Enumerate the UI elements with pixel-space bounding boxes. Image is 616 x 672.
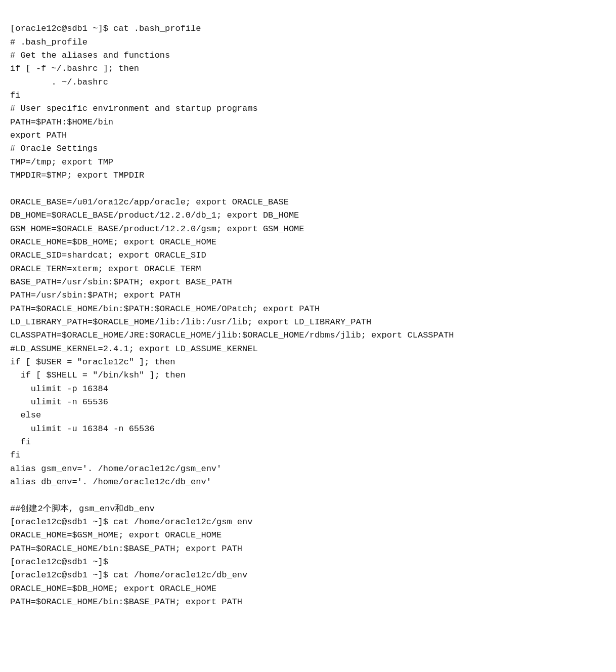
terminal-line: . ~/.bashrc — [10, 76, 606, 89]
terminal-line: PATH=$ORACLE_HOME/bin:$BASE_PATH; export… — [10, 596, 606, 609]
terminal-line: ulimit -n 65536 — [10, 396, 606, 409]
terminal-line — [10, 182, 606, 195]
terminal-line: ORACLE_TERM=xterm; export ORACLE_TERM — [10, 263, 606, 276]
terminal-line: PATH=$ORACLE_HOME/bin:$PATH:$ORACLE_HOME… — [10, 303, 606, 316]
terminal-line: ORACLE_HOME=$DB_HOME; export ORACLE_HOME — [10, 236, 606, 249]
terminal-line: TMP=/tmp; export TMP — [10, 156, 606, 169]
terminal-line: # Oracle Settings — [10, 142, 606, 155]
terminal-line: BASE_PATH=/usr/sbin:$PATH; export BASE_P… — [10, 276, 606, 289]
terminal-line: [oracle12c@sdb1 ~]$ cat /home/oracle12c/… — [10, 569, 606, 582]
terminal-line: if [ -f ~/.bashrc ]; then — [10, 62, 606, 75]
terminal-line: # Get the aliases and functions — [10, 49, 606, 62]
terminal-line: if [ $SHELL = "/bin/ksh" ]; then — [10, 369, 606, 382]
terminal-line: [oracle12c@sdb1 ~]$ cat .bash_profile — [10, 22, 606, 35]
terminal-line: else — [10, 409, 606, 422]
terminal-line: # .bash_profile — [10, 36, 606, 49]
terminal-line: ulimit -p 16384 — [10, 383, 606, 396]
terminal-line: fi — [10, 449, 606, 462]
terminal-line: fi — [10, 436, 606, 449]
terminal-output: [oracle12c@sdb1 ~]$ cat .bash_profile# .… — [10, 9, 606, 609]
terminal-line: PATH=$PATH:$HOME/bin — [10, 116, 606, 129]
terminal-line: alias gsm_env='. /home/oracle12c/gsm_env… — [10, 463, 606, 476]
terminal-line: #LD_ASSUME_KERNEL=2.4.1; export LD_ASSUM… — [10, 343, 606, 356]
terminal-line: PATH=/usr/sbin:$PATH; export PATH — [10, 289, 606, 302]
terminal-line: if [ $USER = "oracle12c" ]; then — [10, 356, 606, 369]
terminal-line: ORACLE_HOME=$DB_HOME; export ORACLE_HOME — [10, 582, 606, 596]
terminal-line: [oracle12c@sdb1 ~]$ cat /home/oracle12c/… — [10, 516, 606, 529]
terminal-line: DB_HOME=$ORACLE_BASE/product/12.2.0/db_1… — [10, 209, 606, 222]
terminal-line: PATH=$ORACLE_HOME/bin:$BASE_PATH; export… — [10, 542, 606, 556]
terminal-line — [10, 489, 606, 502]
terminal-line: [oracle12c@sdb1 ~]$ — [10, 556, 606, 569]
terminal-line: LD_LIBRARY_PATH=$ORACLE_HOME/lib:/lib:/u… — [10, 316, 606, 329]
terminal-line: CLASSPATH=$ORACLE_HOME/JRE:$ORACLE_HOME/… — [10, 329, 606, 342]
terminal-line: TMPDIR=$TMP; export TMPDIR — [10, 169, 606, 182]
terminal-line: export PATH — [10, 129, 606, 142]
terminal-line: # User specific environment and startup … — [10, 102, 606, 115]
terminal-line: ORACLE_HOME=$GSM_HOME; export ORACLE_HOM… — [10, 529, 606, 542]
terminal-line: fi — [10, 89, 606, 102]
terminal-line: ulimit -u 16384 -n 65536 — [10, 423, 606, 436]
terminal-line: ##创建2个脚本, gsm_env和db_env — [10, 502, 606, 516]
terminal-line: alias db_env='. /home/oracle12c/db_env' — [10, 476, 606, 489]
terminal-line: ORACLE_SID=shardcat; export ORACLE_SID — [10, 249, 606, 262]
terminal-line: GSM_HOME=$ORACLE_BASE/product/12.2.0/gsm… — [10, 223, 606, 236]
terminal-line: ORACLE_BASE=/u01/ora12c/app/oracle; expo… — [10, 196, 606, 209]
